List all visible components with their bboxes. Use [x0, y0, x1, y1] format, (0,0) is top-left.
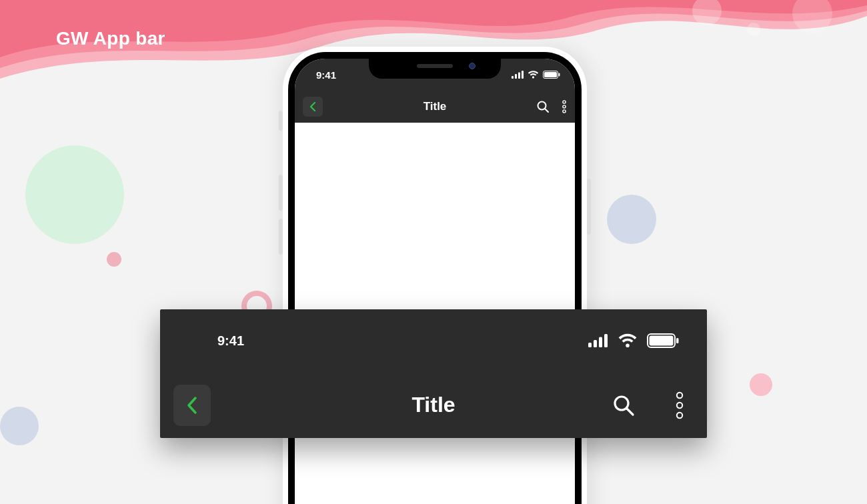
- more-vertical-icon: [675, 391, 684, 419]
- svg-rect-3: [512, 76, 514, 79]
- deco-circle: [25, 145, 124, 244]
- appbar-zoom-panel: 9:41 Title: [160, 309, 707, 438]
- back-button[interactable]: [303, 97, 323, 117]
- phone-side-button: [587, 179, 591, 235]
- search-button[interactable]: [612, 394, 635, 417]
- chevron-left-icon: [309, 102, 316, 111]
- chevron-left-icon: [186, 396, 198, 415]
- svg-point-1: [747, 23, 760, 36]
- svg-point-26: [677, 412, 682, 417]
- page-title: GW App bar: [56, 28, 165, 49]
- svg-rect-21: [676, 338, 679, 343]
- status-bar: 9:41: [160, 309, 707, 372]
- svg-rect-15: [588, 343, 592, 347]
- battery-icon: [647, 333, 679, 348]
- wifi-icon: [618, 333, 638, 348]
- svg-point-13: [563, 105, 566, 108]
- svg-rect-9: [559, 73, 560, 77]
- deco-circle: [107, 252, 121, 267]
- svg-rect-20: [650, 336, 674, 346]
- deco-circle: [607, 195, 656, 244]
- svg-rect-6: [522, 71, 524, 79]
- deco-circle: [750, 373, 772, 396]
- more-vertical-icon: [562, 100, 567, 113]
- svg-rect-5: [518, 73, 520, 79]
- more-button[interactable]: [562, 100, 567, 113]
- search-icon: [536, 100, 550, 113]
- speaker-icon: [417, 64, 453, 68]
- back-button[interactable]: [173, 385, 211, 426]
- svg-line-11: [545, 109, 548, 112]
- more-button[interactable]: [675, 391, 684, 419]
- svg-point-25: [677, 402, 682, 407]
- wifi-icon: [528, 71, 539, 79]
- deco-circle: [0, 407, 39, 445]
- phone-side-button: [279, 219, 283, 255]
- app-bar-title: Title: [423, 100, 447, 113]
- cellular-icon: [512, 71, 524, 79]
- app-bar-title: Title: [411, 393, 455, 417]
- phone-notch: [369, 59, 501, 79]
- battery-icon: [543, 71, 560, 79]
- cellular-icon: [588, 334, 608, 347]
- search-button[interactable]: [536, 100, 550, 113]
- app-bar: Title: [295, 91, 575, 123]
- svg-rect-16: [594, 340, 597, 347]
- status-time: 9:41: [316, 69, 336, 81]
- phone-side-button: [279, 111, 283, 131]
- svg-rect-8: [544, 72, 557, 77]
- svg-rect-18: [604, 334, 608, 347]
- svg-rect-17: [599, 337, 602, 348]
- svg-rect-4: [515, 74, 517, 79]
- search-icon: [612, 394, 635, 417]
- phone-side-button: [279, 175, 283, 211]
- app-bar: Title: [160, 372, 707, 438]
- svg-line-23: [627, 409, 633, 415]
- status-time: 9:41: [217, 333, 244, 349]
- svg-point-14: [563, 110, 566, 113]
- svg-point-12: [563, 101, 566, 103]
- camera-icon: [469, 63, 476, 69]
- svg-point-24: [677, 392, 682, 397]
